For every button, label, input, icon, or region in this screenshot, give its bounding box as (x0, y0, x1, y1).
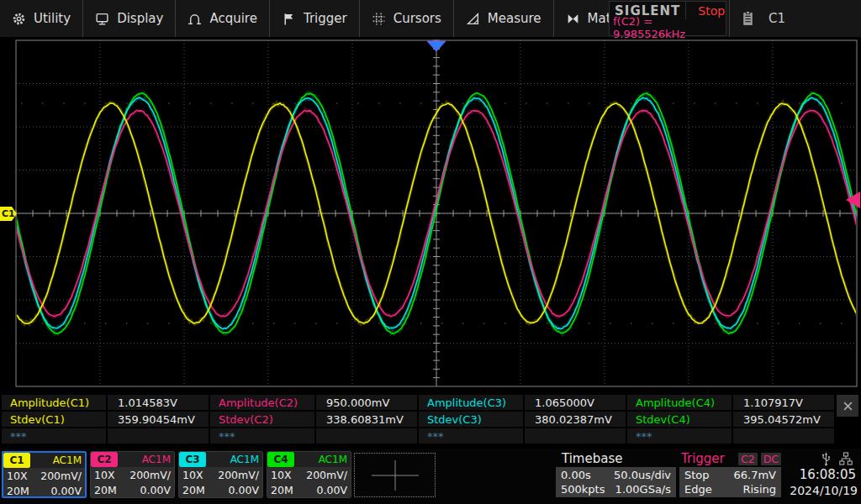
active-channel-label: C1 (769, 11, 785, 26)
measurement-group-c2[interactable]: Amplitude(C2) 950.000mV Stdev(C2) 338.60… (210, 395, 417, 444)
channel-box-c3[interactable]: C3 AC1M 10X200mV/ 20M0.00V (178, 451, 263, 498)
display-icon (95, 12, 109, 26)
menu-acquire-label: Acquire (209, 11, 257, 26)
measure-label: Stdev(C3) (419, 412, 523, 427)
measurement-group-c3[interactable]: Amplitude(C3) 1.065000V Stdev(C3) 380.02… (419, 395, 626, 444)
measurement-group-c4[interactable]: Amplitude(C4) 1.107917V Stdev(C4) 395.04… (627, 395, 834, 444)
measure-value: 950.000mV (316, 395, 417, 410)
channel-coupling: AC1M (118, 452, 174, 467)
close-measurements-button[interactable] (837, 395, 858, 417)
channel-box-c2[interactable]: C2 AC1M 10X200mV/ 20M0.00V (90, 451, 175, 498)
measure-label: Amplitude(C1) (2, 395, 106, 410)
measure-value: 395.04572mV (733, 412, 834, 427)
measure-value: 1.014583V (108, 395, 209, 410)
menu-trigger[interactable]: Trigger (270, 0, 360, 37)
measurement-group-c1[interactable]: Amplitude(C1) 1.014583V Stdev(C1) 359.90… (2, 395, 209, 444)
channel-offset: 0.00V (140, 484, 171, 496)
trigger-position-marker[interactable] (427, 41, 446, 51)
crosshair-icon (370, 459, 420, 492)
status-block: SIGLENT Stop f(C2) = 9.985526kHz (609, 1, 726, 36)
measure-placeholder[interactable]: *** (627, 428, 732, 444)
menu-trigger-label: Trigger (304, 11, 347, 26)
timebase-memory: 500kpts (561, 483, 605, 496)
menu-measure-label: Measure (488, 11, 541, 26)
measure-value (733, 428, 834, 444)
menu-utility-label: Utility (34, 11, 71, 26)
measure-value: 1.065000V (525, 395, 626, 410)
empty-channel-slot[interactable] (354, 453, 436, 497)
channel-probe: 10X (271, 469, 291, 481)
menu-measure[interactable]: Measure (454, 0, 554, 37)
measure-value: 338.60831mV (316, 412, 417, 427)
channel-offset: 0.00V (317, 484, 347, 496)
channel-box-c1[interactable]: C1 AC1M 10X200mV/ 20M0.00V (2, 451, 87, 498)
close-icon (843, 401, 853, 412)
channel-bandwidth: 20M (7, 485, 29, 497)
acquire-icon (188, 12, 202, 26)
channel-bandwidth: 20M (271, 484, 293, 496)
trigger-type: Edge (684, 483, 712, 496)
trigger-slope: Rising (742, 483, 776, 496)
channel-badge: C3 (179, 452, 206, 467)
timebase-block[interactable]: Timebase 0.00s50.0us/div 500kpts1.00GSa/… (556, 450, 676, 497)
measure-placeholder[interactable]: *** (419, 428, 523, 444)
clock-time: 16:08:05 (785, 467, 859, 483)
trigger-title: Trigger (681, 451, 725, 466)
measure-label: Amplitude(C4) (627, 395, 732, 410)
measure-value: 1.107917V (733, 395, 834, 410)
trigger-level: 66.7mV (733, 469, 776, 481)
trigger-block[interactable]: Trigger C2 DC Stop66.7mV EdgeRising (679, 450, 781, 497)
lan-icon (839, 452, 853, 465)
channel-offset: 0.00V (229, 484, 259, 496)
channel-probe: 10X (94, 469, 114, 481)
channel-coupling: AC1M (30, 453, 85, 468)
trigger-source: C2 (738, 453, 758, 465)
channel-bandwidth: 20M (94, 484, 117, 496)
measure-value: 380.02387mV (525, 412, 626, 427)
menu-cursors-label: Cursors (394, 11, 441, 26)
channel-box-c4[interactable]: C4 AC1M 10X200mV/ 20M0.00V (267, 451, 351, 498)
channel-probe: 10X (182, 469, 203, 481)
channel-scale: 200mV/ (40, 470, 82, 482)
measure-value (525, 428, 626, 444)
measure-value (108, 428, 209, 444)
gear-icon (12, 12, 26, 26)
measure-placeholder[interactable]: *** (2, 428, 106, 444)
trigger-coupling: DC (761, 453, 781, 465)
channel-badge: C2 (91, 452, 118, 467)
channel-probe: 10X (7, 470, 27, 482)
measure-label: Amplitude(C2) (210, 395, 314, 410)
frequency-counter: f(C2) = 9.985526kHz (610, 19, 726, 35)
measure-value (316, 428, 417, 444)
menu-display-label: Display (117, 11, 163, 26)
menu-utility[interactable]: Utility (0, 0, 83, 37)
oscilloscope-screen: C1 Utility Display Acquire (0, 0, 861, 504)
timebase-sample-rate: 1.00GSa/s (615, 483, 671, 496)
channel-scale: 200mV/ (218, 469, 259, 481)
active-channel-indicator[interactable]: C1 (742, 0, 785, 37)
timebase-delay: 0.00s (561, 469, 591, 481)
measurement-panel: Amplitude(C1) 1.014583V Stdev(C1) 359.90… (0, 393, 861, 445)
measure-label: Stdev(C2) (210, 412, 314, 427)
math-icon (566, 12, 580, 26)
measure-placeholder[interactable]: *** (210, 428, 314, 444)
menu-acquire[interactable]: Acquire (176, 0, 270, 37)
timebase-title: Timebase (556, 450, 676, 467)
measure-label: Stdev(C4) (627, 412, 732, 427)
channel-scale: 200mV/ (129, 469, 171, 481)
measure-label: Stdev(C1) (2, 412, 106, 427)
channel-badge: C1 (3, 453, 30, 468)
menu-display[interactable]: Display (83, 0, 176, 37)
channel-coupling: AC1M (206, 452, 262, 467)
bottom-bar: C1 AC1M 10X200mV/ 20M0.00V C2 AC1M 10X20… (0, 449, 861, 504)
channel-coupling: AC1M (294, 452, 351, 467)
channel-bandwidth: 20M (182, 484, 205, 496)
usb-icon (821, 452, 832, 466)
trigger-status: Stop (684, 469, 710, 481)
menu-cursors[interactable]: Cursors (360, 0, 454, 37)
flag-icon (282, 12, 296, 26)
measure-icon (466, 12, 480, 26)
clock-block[interactable]: 16:08:05 2024/10/19 (785, 450, 859, 499)
channel-badge: C4 (267, 452, 294, 467)
measure-label: Amplitude(C3) (419, 395, 523, 410)
